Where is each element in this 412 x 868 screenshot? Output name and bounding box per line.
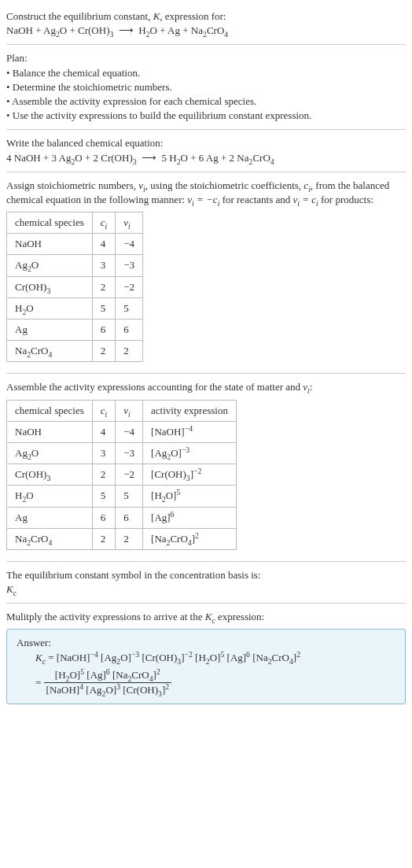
col-ci: ci xyxy=(92,400,116,421)
col-vi: νi xyxy=(116,400,143,421)
cell-activity: [Cr(OH)3]−2 xyxy=(143,464,237,486)
plan-item-text: Determine the stoichiometric numbers. xyxy=(13,81,172,93)
kc-symbol-line: The equilibrium constant symbol in the c… xyxy=(6,568,406,582)
plan-section: Plan: • Balance the chemical equation. •… xyxy=(6,45,406,130)
cell-vi: −4 xyxy=(116,421,143,442)
eq-sign: = xyxy=(35,676,44,688)
assemble-heading: Assemble the activity expressions accoun… xyxy=(6,380,406,394)
plan-item-text: Assemble the activity expression for eac… xyxy=(12,95,256,107)
balanced-equation: 4 NaOH + 3 Ag2O + 2 Cr(OH)3 ⟶ 5 H2O + 6 … xyxy=(6,151,406,165)
cell-species: NaOH xyxy=(7,234,93,255)
fraction-denominator: [NaOH]4 [Ag2O]3 [Cr(OH)3]2 xyxy=(44,683,172,697)
table-row: Ag66[Ag]6 xyxy=(7,507,237,528)
cell-vi: 5 xyxy=(116,297,143,319)
assign-text-d: for reactants and xyxy=(219,194,292,205)
activity-table: chemical species ci νi activity expressi… xyxy=(6,400,237,550)
nu-symbol: νi xyxy=(138,179,145,191)
plan-item-text: Balance the chemical equation. xyxy=(13,67,140,79)
intro-text-b: , expression for: xyxy=(160,10,226,22)
cell-species: Ag xyxy=(7,319,93,341)
intro-text-a: Construct the equilibrium constant, xyxy=(6,10,153,22)
cell-activity: [Ag2O]−3 xyxy=(143,442,237,464)
cell-vi: −4 xyxy=(116,234,143,255)
kc-symbol-section: The equilibrium constant symbol in the c… xyxy=(6,562,406,604)
assemble-heading-a: Assemble the activity expressions accoun… xyxy=(6,381,303,393)
answer-body: Kc = [NaOH]−4 [Ag2O]−3 [Cr(OH)3]−2 [H2O]… xyxy=(35,651,395,698)
table-row: Ag66 xyxy=(7,319,143,341)
cell-ci: 4 xyxy=(92,234,116,255)
cell-ci: 2 xyxy=(92,341,116,362)
cell-vi: 5 xyxy=(116,486,143,507)
plan-item: • Determine the stoichiometric numbers. xyxy=(6,80,406,94)
table-row: H2O55 xyxy=(7,297,143,319)
balanced-heading: Write the balanced chemical equation: xyxy=(6,136,406,150)
cell-species: Ag xyxy=(7,507,93,528)
plan-item: • Assemble the activity expression for e… xyxy=(6,94,406,109)
cell-ci: 5 xyxy=(92,486,116,507)
plan-item: • Use the activity expressions to build … xyxy=(6,109,406,123)
table-row: H2O55[H2O]5 xyxy=(7,486,237,507)
assemble-heading-b: : xyxy=(310,381,313,393)
fraction-numerator: [H2O]5 [Ag]6 [Na2CrO4]2 xyxy=(44,668,172,683)
table-header-row: chemical species ci νi xyxy=(7,212,143,234)
col-species: chemical species xyxy=(7,212,93,234)
intro-section: Construct the equilibrium constant, K, e… xyxy=(6,3,406,45)
cell-species: NaOH xyxy=(7,421,93,442)
kc-symbol: Kc xyxy=(6,582,406,597)
table-row: Ag2O3−3 xyxy=(7,255,143,276)
cell-vi: −3 xyxy=(116,442,143,464)
table-row: Ag2O3−3[Ag2O]−3 xyxy=(7,442,237,464)
cell-activity: [Ag]6 xyxy=(143,507,237,528)
cell-ci: 5 xyxy=(92,297,116,319)
cell-ci: 6 xyxy=(92,507,116,528)
table-row: Cr(OH)32−2[Cr(OH)3]−2 xyxy=(7,464,237,486)
cell-species: H2O xyxy=(7,486,93,507)
assign-text-e: for products: xyxy=(318,194,373,205)
cell-vi: −2 xyxy=(116,464,143,486)
table-row: NaOH4−4[NaOH]−4 xyxy=(7,421,237,442)
cell-ci: 2 xyxy=(92,276,116,297)
cell-species: Cr(OH)3 xyxy=(7,464,93,486)
answer-box: Answer: Kc = [NaOH]−4 [Ag2O]−3 [Cr(OH)3]… xyxy=(6,629,406,704)
nu-symbol: νi xyxy=(303,381,310,393)
cell-vi: 2 xyxy=(116,528,143,549)
assign-section: Assign stoichiometric numbers, νi, using… xyxy=(6,172,406,375)
cell-ci: 3 xyxy=(92,442,116,464)
ci-symbol: ci xyxy=(303,179,311,191)
col-species: chemical species xyxy=(7,400,93,421)
plan-item: • Balance the chemical equation. xyxy=(6,66,406,80)
answer-frac-line: = [H2O]5 [Ag]6 [Na2CrO4]2 [NaOH]4 [Ag2O]… xyxy=(35,668,395,697)
cell-vi: 6 xyxy=(116,319,143,341)
cell-species: Cr(OH)3 xyxy=(7,276,93,297)
col-activity: activity expression xyxy=(143,400,237,421)
answer-label: Answer: xyxy=(17,636,395,650)
assemble-section: Assemble the activity expressions accoun… xyxy=(6,374,406,562)
fraction: [H2O]5 [Ag]6 [Na2CrO4]2 [NaOH]4 [Ag2O]3 … xyxy=(44,668,172,697)
table-row: Na2CrO422[Na2CrO4]2 xyxy=(7,528,237,549)
table-row: Cr(OH)32−2 xyxy=(7,276,143,297)
balanced-section: Write the balanced chemical equation: 4 … xyxy=(6,130,406,172)
multiply-heading-a: Mulitply the activity expressions to arr… xyxy=(6,611,205,622)
table-row: Na2CrO422 xyxy=(7,341,143,362)
cell-activity: [H2O]5 xyxy=(143,486,237,507)
stoich-table: chemical species ci νi NaOH4−4 Ag2O3−3 C… xyxy=(6,212,143,362)
cell-ci: 2 xyxy=(92,464,116,486)
unbalanced-equation: NaOH + Ag2O + Cr(OH)3 ⟶ H2O + Ag + Na2Cr… xyxy=(6,24,406,38)
rel-react: νi = −ci xyxy=(187,194,219,205)
cell-ci: 3 xyxy=(92,255,116,276)
table-header-row: chemical species ci νi activity expressi… xyxy=(7,400,237,421)
cell-vi: 6 xyxy=(116,507,143,528)
assign-text-b: , using the stoichiometric coefficients, xyxy=(145,179,304,191)
cell-species: Na2CrO4 xyxy=(7,528,93,549)
table-row: NaOH4−4 xyxy=(7,234,143,255)
answer-flat: Kc = [NaOH]−4 [Ag2O]−3 [Cr(OH)3]−2 [H2O]… xyxy=(35,651,395,665)
cell-ci: 2 xyxy=(92,528,116,549)
plan-item-text: Use the activity expressions to build th… xyxy=(13,109,312,121)
multiply-heading-b: expression: xyxy=(215,611,264,622)
cell-vi: −2 xyxy=(116,276,143,297)
assign-text: Assign stoichiometric numbers, νi, using… xyxy=(6,179,406,207)
cell-species: Na2CrO4 xyxy=(7,341,93,362)
kc-symbol: Kc xyxy=(35,652,46,663)
plan-heading: Plan: xyxy=(6,51,406,65)
cell-activity: [Na2CrO4]2 xyxy=(143,528,237,549)
